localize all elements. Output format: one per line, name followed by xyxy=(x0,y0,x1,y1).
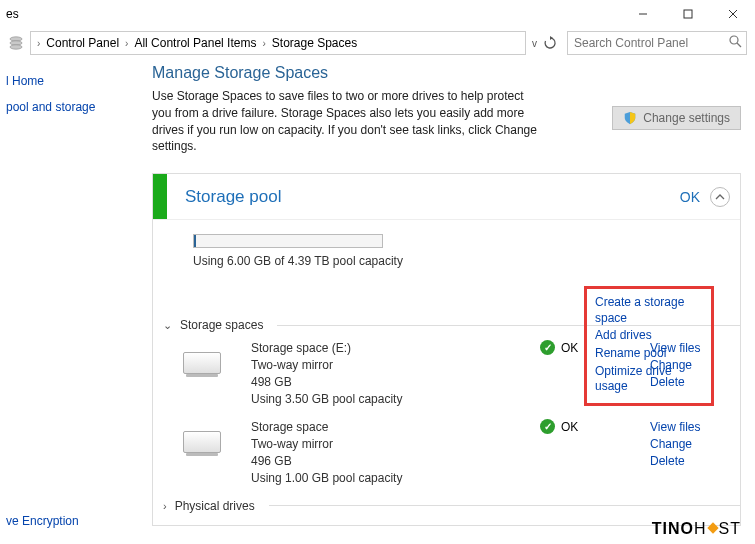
drives-stack-icon xyxy=(8,35,24,51)
refresh-button[interactable] xyxy=(539,32,561,54)
minimize-button[interactable] xyxy=(620,0,665,28)
sidebar-link-home[interactable]: l Home xyxy=(6,68,132,94)
link-delete[interactable]: Delete xyxy=(650,453,730,470)
svg-rect-1 xyxy=(684,10,692,18)
space-name: Storage space xyxy=(251,419,510,436)
crumb-storage-spaces[interactable]: Storage Spaces xyxy=(272,36,357,50)
search-box[interactable] xyxy=(567,31,747,55)
breadcrumb[interactable]: › Control Panel › All Control Panel Item… xyxy=(30,31,526,55)
link-add-drives[interactable]: Add drives xyxy=(595,328,703,344)
chevron-right-icon: › xyxy=(35,38,42,49)
chevron-right-icon: › xyxy=(163,500,167,512)
page-heading: Manage Storage Spaces xyxy=(152,64,741,82)
space-type: Two-way mirror xyxy=(251,436,510,453)
watermark: TINOHST xyxy=(652,520,741,538)
pool-title: Storage pool xyxy=(167,187,680,207)
space-size: 496 GB xyxy=(251,453,510,470)
sidebar-link-encryption[interactable]: ve Encryption xyxy=(6,508,79,534)
ok-check-icon: ✓ xyxy=(540,419,555,434)
drive-icon xyxy=(183,431,221,453)
close-button[interactable] xyxy=(710,0,755,28)
chevron-right-icon: › xyxy=(260,38,267,49)
space-status-text: OK xyxy=(561,420,578,434)
change-settings-label: Change settings xyxy=(643,111,730,125)
link-rename-pool[interactable]: Rename pool xyxy=(595,346,703,362)
maximize-button[interactable] xyxy=(665,0,710,28)
crumb-control-panel[interactable]: Control Panel xyxy=(46,36,119,50)
space-size: 498 GB xyxy=(251,374,510,391)
search-input[interactable] xyxy=(572,35,729,51)
window-title-fragment: es xyxy=(6,7,19,21)
space-usage: Using 1.00 GB pool capacity xyxy=(251,470,510,487)
space-usage: Using 3.50 GB pool capacity xyxy=(251,391,510,408)
link-change[interactable]: Change xyxy=(650,436,730,453)
physical-drives-header[interactable]: › Physical drives xyxy=(153,499,740,513)
space-type: Two-way mirror xyxy=(251,357,510,374)
space-status-text: OK xyxy=(561,341,578,355)
pool-usage-bar xyxy=(193,234,383,248)
pool-usage-text: Using 6.00 GB of 4.39 TB pool capacity xyxy=(193,254,720,268)
chevron-down-icon[interactable]: v xyxy=(532,38,537,49)
crumb-all-items[interactable]: All Control Panel Items xyxy=(134,36,256,50)
collapse-toggle[interactable] xyxy=(710,187,730,207)
svg-point-7 xyxy=(730,36,738,44)
pool-status-bar xyxy=(153,174,167,219)
change-settings-button[interactable]: Change settings xyxy=(612,106,741,130)
search-icon[interactable] xyxy=(729,35,742,51)
link-create-space[interactable]: Create a storage space xyxy=(595,295,703,326)
pool-status: OK xyxy=(680,189,700,205)
sidebar-link-pool-storage[interactable]: pool and storage xyxy=(6,94,132,120)
pool-links-highlight: Create a storage space Add drives Rename… xyxy=(584,286,714,406)
svg-line-8 xyxy=(737,43,741,47)
link-view-files[interactable]: View files xyxy=(650,419,730,436)
link-optimize[interactable]: Optimize drive usage xyxy=(595,364,703,395)
drive-icon xyxy=(183,352,221,374)
diamond-icon xyxy=(707,522,718,533)
svg-point-6 xyxy=(10,45,22,49)
sidebar: l Home pool and storage ve Encryption xyxy=(0,58,138,544)
storage-space-item: Storage space Two-way mirror 496 GB Usin… xyxy=(153,411,740,490)
pool-card: Storage pool OK Using 6.00 GB of 4.39 TB… xyxy=(152,173,741,525)
chevron-up-icon xyxy=(715,192,725,202)
chevron-down-icon: ⌄ xyxy=(163,319,172,332)
shield-icon xyxy=(623,111,637,125)
ok-check-icon: ✓ xyxy=(540,340,555,355)
space-name: Storage space (E:) xyxy=(251,340,510,357)
page-description: Use Storage Spaces to save files to two … xyxy=(152,88,542,155)
chevron-right-icon: › xyxy=(123,38,130,49)
